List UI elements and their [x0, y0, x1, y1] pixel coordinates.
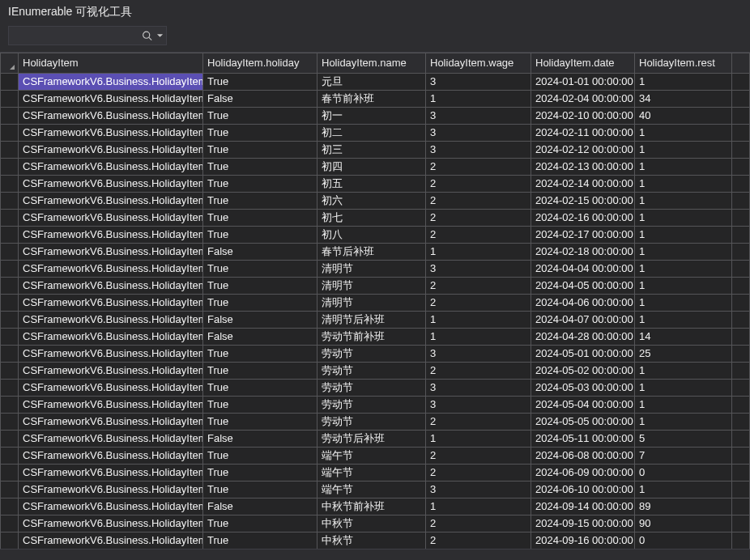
- row-selector[interactable]: [1, 295, 19, 312]
- col-header-name[interactable]: HolidayItem.name: [317, 53, 426, 74]
- cell-wage[interactable]: 3: [426, 482, 531, 498]
- row-selector[interactable]: [1, 159, 19, 176]
- cell-date[interactable]: 2024-02-18 00:00:00: [531, 244, 635, 261]
- cell-holiday[interactable]: False: [203, 91, 317, 108]
- cell-date[interactable]: 2024-05-04 00:00:00: [531, 397, 635, 414]
- table-row[interactable]: CSFrameworkV6.Business.HolidayItemTrue端午…: [1, 482, 750, 498]
- cell-extra[interactable]: [732, 431, 750, 448]
- row-selector[interactable]: [1, 363, 19, 380]
- row-selector[interactable]: [1, 465, 19, 482]
- cell-name[interactable]: 初五: [317, 176, 426, 193]
- cell-name[interactable]: 清明节后补班: [317, 312, 426, 329]
- cell-wage[interactable]: 3: [426, 142, 531, 159]
- cell-extra[interactable]: [732, 278, 750, 295]
- table-row[interactable]: CSFrameworkV6.Business.HolidayItemTrue初一…: [1, 108, 750, 125]
- cell-extra[interactable]: [732, 312, 750, 329]
- cell-rest[interactable]: 1: [635, 278, 732, 295]
- row-selector[interactable]: [1, 244, 19, 261]
- table-row[interactable]: CSFrameworkV6.Business.HolidayItemTrue初六…: [1, 193, 750, 210]
- cell-wage[interactable]: 1: [426, 329, 531, 346]
- cell-item[interactable]: CSFrameworkV6.Business.HolidayItem: [19, 515, 203, 532]
- row-selector[interactable]: [1, 431, 19, 448]
- table-row[interactable]: CSFrameworkV6.Business.HolidayItemTrue清明…: [1, 278, 750, 295]
- cell-holiday[interactable]: True: [203, 193, 317, 210]
- cell-date[interactable]: 2024-02-15 00:00:00: [531, 193, 635, 210]
- row-selector[interactable]: [1, 142, 19, 159]
- cell-item[interactable]: CSFrameworkV6.Business.HolidayItem: [19, 498, 203, 515]
- table-row[interactable]: CSFrameworkV6.Business.HolidayItemTrue中秋…: [1, 532, 750, 549]
- cell-holiday[interactable]: True: [203, 159, 317, 176]
- cell-wage[interactable]: 2: [426, 465, 531, 482]
- cell-name[interactable]: 中秋节: [317, 532, 426, 549]
- cell-wage[interactable]: 2: [426, 515, 531, 532]
- cell-wage[interactable]: 2: [426, 532, 531, 549]
- row-selector[interactable]: [1, 227, 19, 244]
- row-selector[interactable]: [1, 312, 19, 329]
- cell-wage[interactable]: 1: [426, 244, 531, 261]
- cell-rest[interactable]: 14: [635, 329, 732, 346]
- cell-holiday[interactable]: True: [203, 108, 317, 125]
- cell-date[interactable]: 2024-02-16 00:00:00: [531, 210, 635, 227]
- cell-extra[interactable]: [732, 414, 750, 431]
- row-selector[interactable]: [1, 176, 19, 193]
- cell-wage[interactable]: 1: [426, 91, 531, 108]
- cell-holiday[interactable]: True: [203, 532, 317, 549]
- col-header-rest[interactable]: HolidayItem.rest: [635, 53, 732, 74]
- cell-holiday[interactable]: True: [203, 448, 317, 465]
- cell-rest[interactable]: 1: [635, 125, 732, 142]
- cell-extra[interactable]: [732, 363, 750, 380]
- cell-item[interactable]: CSFrameworkV6.Business.HolidayItem: [19, 210, 203, 227]
- cell-holiday[interactable]: True: [203, 278, 317, 295]
- cell-rest[interactable]: 7: [635, 448, 732, 465]
- cell-name[interactable]: 端午节: [317, 448, 426, 465]
- cell-rest[interactable]: 1: [635, 176, 732, 193]
- chevron-down-icon[interactable]: [156, 32, 164, 40]
- cell-item[interactable]: CSFrameworkV6.Business.HolidayItem: [19, 91, 203, 108]
- table-row[interactable]: CSFrameworkV6.Business.HolidayItemTrue清明…: [1, 295, 750, 312]
- cell-item[interactable]: CSFrameworkV6.Business.HolidayItem: [19, 244, 203, 261]
- cell-holiday[interactable]: True: [203, 465, 317, 482]
- cell-item[interactable]: CSFrameworkV6.Business.HolidayItem: [19, 278, 203, 295]
- cell-date[interactable]: 2024-04-06 00:00:00: [531, 295, 635, 312]
- cell-item[interactable]: CSFrameworkV6.Business.HolidayItem: [19, 312, 203, 329]
- cell-item[interactable]: CSFrameworkV6.Business.HolidayItem: [19, 108, 203, 125]
- row-selector[interactable]: [1, 498, 19, 515]
- cell-name[interactable]: 初二: [317, 125, 426, 142]
- cell-date[interactable]: 2024-05-05 00:00:00: [531, 414, 635, 431]
- cell-wage[interactable]: 2: [426, 414, 531, 431]
- cell-holiday[interactable]: True: [203, 227, 317, 244]
- cell-name[interactable]: 初一: [317, 108, 426, 125]
- cell-wage[interactable]: 1: [426, 431, 531, 448]
- table-row[interactable]: CSFrameworkV6.Business.HolidayItemTrue初七…: [1, 210, 750, 227]
- table-row[interactable]: CSFrameworkV6.Business.HolidayItemFalse春…: [1, 244, 750, 261]
- cell-rest[interactable]: 1: [635, 227, 732, 244]
- cell-date[interactable]: 2024-05-02 00:00:00: [531, 363, 635, 380]
- cell-wage[interactable]: 2: [426, 278, 531, 295]
- cell-item[interactable]: CSFrameworkV6.Business.HolidayItem: [19, 465, 203, 482]
- cell-name[interactable]: 初四: [317, 159, 426, 176]
- cell-date[interactable]: 2024-02-12 00:00:00: [531, 142, 635, 159]
- cell-extra[interactable]: [732, 498, 750, 515]
- cell-extra[interactable]: [732, 74, 750, 91]
- cell-extra[interactable]: [732, 295, 750, 312]
- cell-name[interactable]: 劳动节: [317, 380, 426, 397]
- table-row[interactable]: CSFrameworkV6.Business.HolidayItemTrue初三…: [1, 142, 750, 159]
- cell-item[interactable]: CSFrameworkV6.Business.HolidayItem: [19, 329, 203, 346]
- row-selector[interactable]: [1, 91, 19, 108]
- cell-extra[interactable]: [732, 346, 750, 363]
- cell-extra[interactable]: [732, 108, 750, 125]
- table-row[interactable]: CSFrameworkV6.Business.HolidayItemTrue劳动…: [1, 397, 750, 414]
- cell-holiday[interactable]: True: [203, 397, 317, 414]
- cell-name[interactable]: 中秋节: [317, 515, 426, 532]
- table-row[interactable]: CSFrameworkV6.Business.HolidayItemTrue初二…: [1, 125, 750, 142]
- cell-rest[interactable]: 89: [635, 498, 732, 515]
- cell-date[interactable]: 2024-04-28 00:00:00: [531, 329, 635, 346]
- cell-name[interactable]: 初三: [317, 142, 426, 159]
- cell-item[interactable]: CSFrameworkV6.Business.HolidayItem: [19, 532, 203, 549]
- table-row[interactable]: CSFrameworkV6.Business.HolidayItemFalse劳…: [1, 431, 750, 448]
- cell-name[interactable]: 初六: [317, 193, 426, 210]
- col-header-holiday[interactable]: HolidayItem.holiday: [203, 53, 317, 74]
- cell-rest[interactable]: 40: [635, 108, 732, 125]
- cell-name[interactable]: 劳动节: [317, 414, 426, 431]
- col-header-wage[interactable]: HolidayItem.wage: [426, 53, 531, 74]
